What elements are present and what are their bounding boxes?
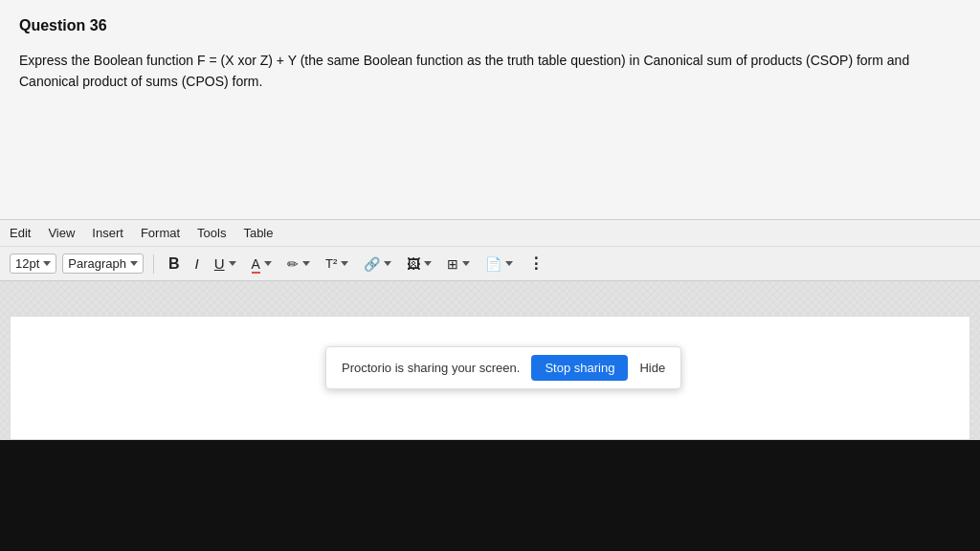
document-card: Question 36 Express the Boolean function… [0,0,980,220]
paragraph-select[interactable]: Paragraph [62,253,144,274]
font-color-button[interactable]: A [247,253,277,275]
italic-label: I [195,255,199,272]
image-button[interactable]: 🖼 [402,253,436,275]
superscript-button[interactable]: T² [321,253,353,274]
formatting-bar: 12pt Paragraph B I U A [0,247,980,280]
table-icon: ⊞ [447,256,458,272]
paragraph-chevron-icon [130,261,138,266]
table-insert-button[interactable]: ⊞ [442,253,475,275]
italic-button[interactable]: I [190,253,204,275]
link-button[interactable]: 🔗 [359,253,396,275]
pencil-icon: ✏ [287,256,299,272]
font-size-chevron-icon [43,261,51,266]
doc-chevron-icon [505,261,513,266]
toolbar-area: Edit View Insert Format Tools Table 12pt… [0,220,980,281]
menu-edit[interactable]: Edit [10,226,31,240]
font-color-a-icon: A [252,256,260,272]
font-size-select[interactable]: 12pt [10,253,56,274]
font-color-chevron-icon [264,261,272,266]
screen-share-message: Proctorio is sharing your screen. [342,361,520,375]
screen-share-bar: Proctorio is sharing your screen. Stop s… [325,346,681,389]
separator-1 [153,254,154,274]
underline-label: U [214,255,225,272]
menu-insert[interactable]: Insert [92,226,123,240]
screen-area: Question 36 Express the Boolean function… [0,0,980,440]
link-chevron-icon [384,261,391,266]
menu-view[interactable]: View [48,226,75,240]
bottom-bar [0,440,980,551]
more-dots-icon: ⋮ [528,254,544,273]
font-size-value: 12pt [15,256,39,271]
doc-icon: 📄 [485,256,501,272]
table-insert-chevron-icon [462,261,470,266]
hide-button[interactable]: Hide [639,361,665,375]
bold-button[interactable]: B [164,253,185,276]
underline-chevron-icon [229,261,236,266]
menu-bar: Edit View Insert Format Tools Table [0,220,980,247]
stop-sharing-button[interactable]: Stop sharing [531,355,628,381]
bold-label: B [168,255,180,273]
menu-tools[interactable]: Tools [197,226,226,240]
question-title: Question 36 [19,17,961,34]
t2-icon: T² [325,256,337,271]
menu-table[interactable]: Table [243,226,273,240]
underline-button[interactable]: U [210,253,241,275]
question-body: Express the Boolean function F = (X xor … [19,50,961,93]
image-icon: 🖼 [407,256,420,272]
more-options-button[interactable]: ⋮ [523,252,548,276]
link-icon: 🔗 [364,256,380,272]
highlight-button[interactable]: ✏ [282,253,315,275]
image-chevron-icon [424,261,432,266]
superscript-chevron-icon [341,261,348,266]
menu-format[interactable]: Format [141,226,180,240]
highlight-chevron-icon [302,261,310,266]
paragraph-value: Paragraph [68,256,126,271]
doc-button[interactable]: 📄 [480,253,518,275]
